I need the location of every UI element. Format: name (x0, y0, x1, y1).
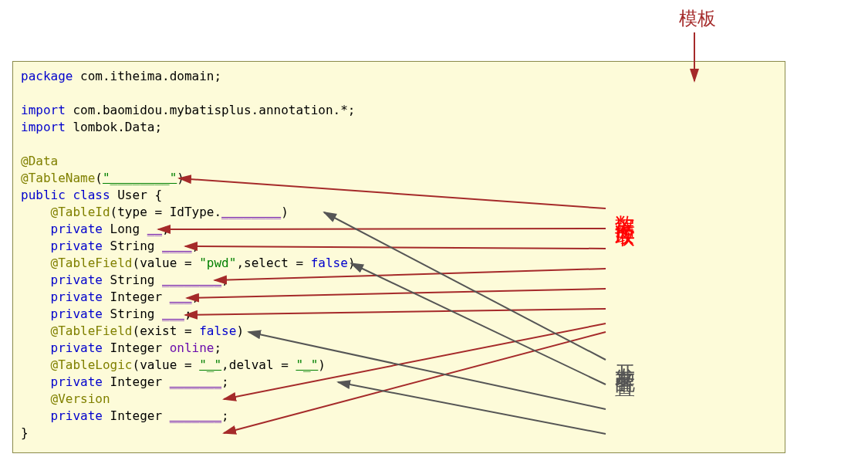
paren: ) (236, 323, 244, 338)
kw-import: import (21, 103, 66, 117)
kw-class: public class (21, 188, 110, 202)
indent (21, 239, 51, 253)
class-name: User { (110, 188, 162, 202)
type: String (103, 307, 162, 321)
blank-pwd: ________ (162, 273, 221, 287)
semi: ; (221, 408, 229, 423)
indent (21, 256, 51, 270)
semi: ; (221, 273, 229, 287)
field-online: online (170, 340, 214, 355)
type: Integer (103, 290, 170, 304)
kw-private: private (51, 239, 103, 253)
indent (21, 307, 51, 321)
kw-private: private (51, 222, 103, 236)
kw-package: package (21, 69, 73, 83)
param: ,select = (236, 256, 310, 270)
ann-version: @Version (51, 391, 110, 406)
kw-private: private (51, 374, 103, 389)
indent (21, 391, 51, 406)
paren: ) (177, 171, 184, 185)
param: (value = (133, 256, 200, 270)
ann-tablelogic: @TableLogic (51, 357, 133, 372)
kw-private: private (51, 307, 103, 321)
kw-private: private (51, 273, 103, 287)
blank-id: __ (147, 222, 162, 236)
indent (21, 340, 51, 355)
blank-name: ____ (162, 239, 192, 253)
kw-false: false (199, 323, 236, 338)
dev-config-label: 开发者配置 (612, 349, 639, 364)
blank-val: "_" (199, 357, 221, 372)
blank-age: ___ (170, 290, 192, 304)
param: (type = IdType. (110, 205, 222, 219)
indent (21, 290, 51, 304)
indent (21, 323, 51, 338)
pkg-name: com.itheima.domain; (73, 69, 221, 83)
ann-tablename: @TableName (21, 171, 95, 185)
param: ,delval = (221, 357, 296, 372)
type: Integer (103, 408, 170, 423)
paren: ) (318, 357, 326, 372)
import-2: lombok.Data; (66, 120, 162, 134)
semi: ; (162, 222, 170, 236)
indent (21, 273, 51, 287)
blank-tablename: "________" (103, 171, 177, 185)
semi: ; (192, 290, 200, 304)
indent (21, 222, 51, 236)
type: Long (103, 222, 147, 236)
blank-tel: ___ (162, 307, 184, 321)
type: Integer (103, 374, 170, 389)
db-read-label: 数据库读取 (612, 199, 639, 215)
ann-tablefield: @TableField (51, 256, 133, 270)
type: String (103, 239, 162, 253)
indent (21, 374, 51, 389)
semi: ; (192, 239, 200, 253)
semi: ; (214, 340, 221, 355)
type: String (103, 273, 162, 287)
ann-tableid: @TableId (51, 205, 110, 219)
ann-tablefield: @TableField (51, 323, 133, 338)
paren: ) (348, 256, 356, 270)
blank-delval: "_" (296, 357, 318, 372)
param: (exist = (133, 323, 200, 338)
kw-private: private (51, 290, 103, 304)
indent (21, 205, 51, 219)
brace-close: } (21, 425, 29, 440)
blank-version: _______ (170, 408, 221, 423)
type: Integer (103, 340, 170, 355)
kw-private: private (51, 408, 103, 423)
kw-private: private (51, 340, 103, 355)
paren: ( (95, 171, 103, 185)
blank-deleted: _______ (170, 374, 221, 389)
param: (value = (133, 357, 200, 372)
code-block: package com.itheima.domain; import com.b… (12, 61, 785, 453)
indent (21, 357, 51, 372)
semi: ; (221, 374, 229, 389)
import-1: com.baomidou.mybatisplus.annotation.*; (66, 103, 356, 117)
str-pwd: "pwd" (199, 256, 236, 270)
semi: ; (184, 307, 192, 321)
title-label: 模板 (679, 6, 716, 31)
kw-false: false (311, 256, 348, 270)
indent (21, 408, 51, 423)
paren: ) (281, 205, 289, 219)
blank-idtype: ________ (221, 205, 281, 219)
ann-data: @Data (21, 154, 58, 168)
kw-import: import (21, 120, 66, 134)
